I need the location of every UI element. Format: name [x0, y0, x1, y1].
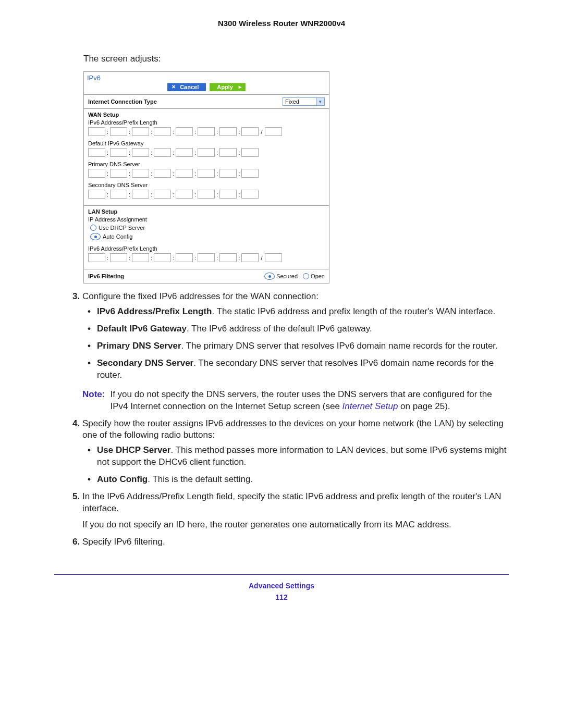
- ipv6-panel: IPv6 Cancel Apply Internet Connection Ty…: [83, 71, 329, 283]
- wan-gw-oct-6[interactable]: [198, 148, 215, 157]
- wan-ipv6-oct-6[interactable]: [198, 127, 215, 136]
- primary-dns-label: Primary DNS Server: [88, 161, 325, 167]
- intro-text: The screen adjusts:: [83, 54, 511, 64]
- wan-gw-oct-4[interactable]: [154, 148, 171, 157]
- footer-rule: [54, 574, 509, 575]
- internet-connection-type-row: Internet Connection Type Fixed ▾: [84, 95, 329, 108]
- use-dhcp-radio-row[interactable]: Use DHCP Server: [88, 224, 325, 232]
- sdns-oct-2[interactable]: [110, 190, 127, 199]
- wan-ipv6-oct-8[interactable]: [241, 127, 259, 136]
- cancel-button[interactable]: Cancel: [167, 83, 206, 91]
- wan-ipv6-oct-2[interactable]: [110, 127, 127, 136]
- lan-ipv6-oct-5[interactable]: [176, 253, 193, 262]
- page-header: N300 Wireless Router WNR2000v4: [52, 16, 511, 54]
- lan-ipv6-oct-6[interactable]: [198, 253, 215, 262]
- step-5-para: If you do not specify an ID here, the ro…: [82, 519, 511, 531]
- lan-ipv6-prefix[interactable]: [265, 253, 282, 262]
- lan-ipv6-oct-3[interactable]: [132, 253, 149, 262]
- sdns-oct-4[interactable]: [154, 190, 171, 199]
- step-4: Specify how the router assigns IPv6 addr…: [82, 418, 511, 486]
- instruction-list: Configure the fixed IPv6 addresses for t…: [68, 291, 511, 548]
- auto-config-radio-row[interactable]: Auto Config: [88, 232, 325, 241]
- sdns-oct-1[interactable]: [88, 190, 105, 199]
- wan-gw-oct-1[interactable]: [88, 148, 105, 157]
- wan-ipv6-addr-label: IPv6 Address/Prefix Length: [88, 119, 325, 126]
- note-label: Note:: [82, 389, 105, 413]
- step-3-text: Configure the fixed IPv6 addresses for t…: [82, 291, 319, 301]
- internet-connection-type-label: Internet Connection Type: [88, 98, 157, 105]
- ipv6-filtering-label: IPv6 Filtering: [88, 273, 124, 279]
- list-item: Secondary DNS Server. The secondary DNS …: [97, 357, 511, 381]
- wan-setup-heading: WAN Setup: [88, 112, 325, 118]
- primary-dns-fields: : : : : : : :: [88, 169, 325, 178]
- wan-gw-oct-8[interactable]: [241, 148, 259, 157]
- internet-connection-type-value: Fixed: [283, 97, 316, 106]
- filter-open-option[interactable]: Open: [303, 273, 325, 279]
- lan-ipv6-oct-2[interactable]: [110, 253, 127, 262]
- pdns-oct-8[interactable]: [241, 169, 259, 178]
- wan-ipv6-oct-3[interactable]: [132, 127, 149, 136]
- apply-button[interactable]: Apply: [210, 83, 246, 91]
- secondary-dns-fields: : : : : : : :: [88, 190, 325, 199]
- lan-ipv6-oct-1[interactable]: [88, 253, 105, 262]
- filter-secured-option[interactable]: Secured: [264, 273, 298, 280]
- step-6: Specify IPv6 filtering.: [82, 536, 511, 548]
- wan-gw-oct-2[interactable]: [110, 148, 127, 157]
- wan-gw-oct-5[interactable]: [176, 148, 193, 157]
- wan-ipv6-oct-5[interactable]: [176, 127, 193, 136]
- radio-icon: [303, 273, 309, 279]
- wan-gateway-label: Default IPv6 Gateway: [88, 140, 325, 146]
- list-item: Primary DNS Server. The primary DNS serv…: [97, 340, 511, 352]
- sdns-oct-5[interactable]: [176, 190, 193, 199]
- list-item: Default IPv6 Gateway. The IPv6 address o…: [97, 323, 511, 335]
- wan-ipv6-addr-fields: : : : : : : : /: [88, 127, 325, 136]
- internet-setup-link[interactable]: Internet Setup: [342, 401, 398, 411]
- sdns-oct-8[interactable]: [241, 190, 259, 199]
- wan-gateway-fields: : : : : : : :: [88, 148, 325, 157]
- pdns-oct-4[interactable]: [154, 169, 171, 178]
- lan-ipv6-addr-label: IPv6 Address/Prefix Length: [88, 245, 325, 252]
- step-5-text: In the IPv6 Address/Prefix Length field,…: [82, 491, 501, 513]
- wan-ipv6-oct-7[interactable]: [219, 127, 237, 136]
- note-block: Note: If you do not specify the DNS serv…: [82, 389, 511, 413]
- lan-ipv6-oct-4[interactable]: [154, 253, 171, 262]
- sdns-oct-3[interactable]: [132, 190, 149, 199]
- step-6-text: Specify IPv6 filtering.: [82, 537, 165, 547]
- lan-ipv6-oct-7[interactable]: [219, 253, 237, 262]
- pdns-oct-3[interactable]: [132, 169, 149, 178]
- secondary-dns-label: Secondary DNS Server: [88, 182, 325, 188]
- internet-connection-type-select[interactable]: Fixed ▾: [283, 97, 325, 106]
- lan-setup-block: LAN Setup IP Address Assignment Use DHCP…: [84, 206, 329, 269]
- lan-ipv6-addr-fields: : : : : : : : /: [88, 253, 325, 262]
- panel-title: IPv6: [84, 72, 329, 83]
- panel-button-bar: Cancel Apply: [84, 83, 329, 94]
- radio-icon: [90, 233, 101, 240]
- note-text: If you do not specify the DNS servers, t…: [110, 389, 511, 413]
- wan-ipv6-oct-4[interactable]: [154, 127, 171, 136]
- pdns-oct-5[interactable]: [176, 169, 193, 178]
- wan-gw-oct-7[interactable]: [219, 148, 237, 157]
- footer-page-number: 112: [52, 591, 511, 603]
- wan-gw-oct-3[interactable]: [132, 148, 149, 157]
- auto-config-label: Auto Config: [103, 233, 132, 240]
- chevron-down-icon: ▾: [316, 97, 325, 106]
- wan-ipv6-prefix[interactable]: [265, 127, 282, 136]
- sdns-oct-6[interactable]: [198, 190, 215, 199]
- step-5: In the IPv6 Address/Prefix Length field,…: [82, 491, 511, 531]
- router-ui-screenshot: IPv6 Cancel Apply Internet Connection Ty…: [83, 71, 511, 283]
- sdns-oct-7[interactable]: [219, 190, 237, 199]
- pdns-oct-7[interactable]: [219, 169, 237, 178]
- list-item: Use DHCP Server. This method passes more…: [97, 445, 511, 468]
- wan-setup-block: WAN Setup IPv6 Address/Prefix Length : :…: [84, 109, 329, 205]
- ipv6-filtering-row: IPv6 Filtering Secured Open: [84, 269, 329, 283]
- pdns-oct-1[interactable]: [88, 169, 105, 178]
- pdns-oct-6[interactable]: [198, 169, 215, 178]
- footer-section: Advanced Settings: [52, 580, 511, 591]
- list-item: Auto Config. This is the default setting…: [97, 474, 511, 486]
- step-4-text: Specify how the router assigns IPv6 addr…: [82, 418, 504, 440]
- wan-ipv6-oct-1[interactable]: [88, 127, 105, 136]
- lan-ipv6-oct-8[interactable]: [241, 253, 259, 262]
- use-dhcp-label: Use DHCP Server: [99, 225, 145, 231]
- pdns-oct-2[interactable]: [110, 169, 127, 178]
- radio-icon: [264, 273, 275, 280]
